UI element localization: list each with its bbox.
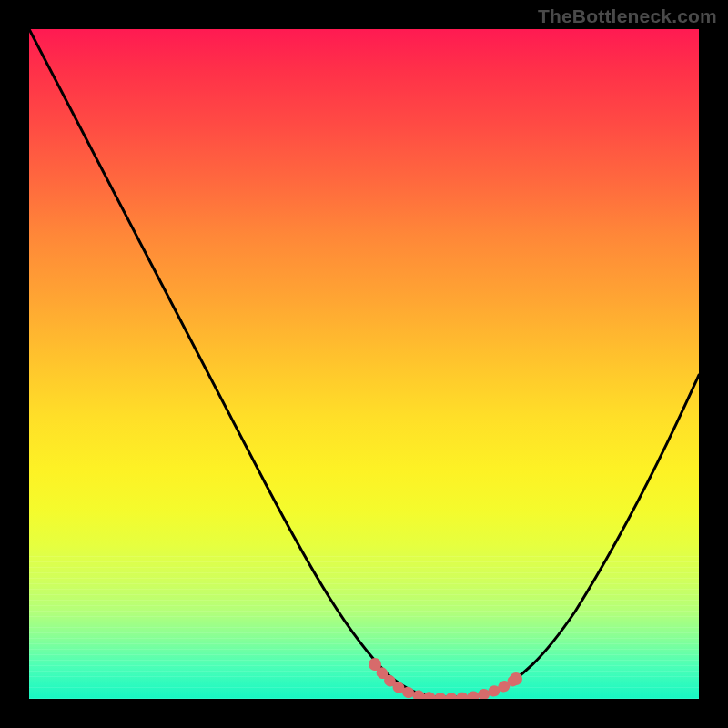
chart-svg	[29, 29, 699, 699]
bottleneck-curve-line	[29, 29, 699, 697]
chart-frame: TheBottleneck.com	[0, 0, 728, 728]
highlight-dot-start	[369, 658, 381, 671]
watermark-text: TheBottleneck.com	[538, 5, 717, 27]
chart-plot-area	[29, 29, 699, 699]
highlight-dot-end	[510, 672, 522, 685]
